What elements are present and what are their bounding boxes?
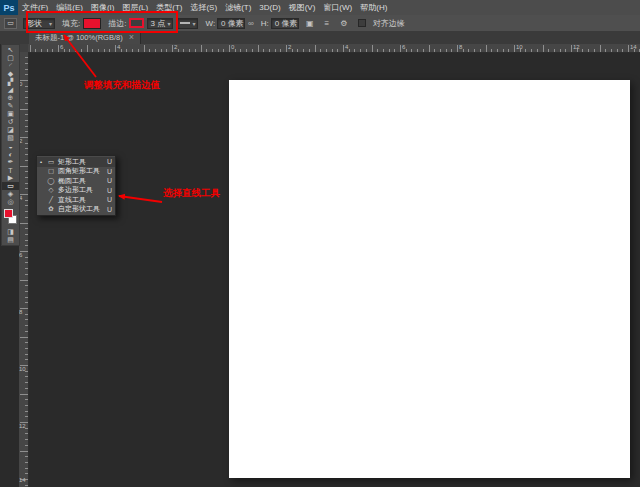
- ruler-tick: [206, 49, 207, 52]
- ruler-tick: [343, 45, 344, 52]
- flyout-item-line-tool[interactable]: ╱直线工具U: [37, 195, 115, 205]
- ruler-tick: [543, 45, 544, 52]
- close-icon[interactable]: ×: [129, 33, 134, 42]
- ruler-tick: [25, 302, 28, 303]
- align-edges-checkbox[interactable]: [358, 19, 366, 27]
- height-label: H:: [261, 19, 269, 28]
- ruler-tick: [92, 49, 93, 52]
- ruler-tick: [406, 49, 407, 52]
- shortcut-key: U: [107, 187, 112, 194]
- ruler-tick: [20, 109, 28, 110]
- history-brush-tool[interactable]: ↺: [2, 118, 19, 126]
- marquee-tool[interactable]: ▢: [2, 54, 19, 62]
- ruler-tick: [25, 131, 28, 132]
- foreground-color-swatch[interactable]: [4, 209, 13, 218]
- path-operations-icon[interactable]: ▣: [304, 18, 316, 29]
- ruler-tick: [25, 382, 28, 383]
- horizontal-ruler[interactable]: 64202468101214: [28, 44, 640, 53]
- eraser-tool[interactable]: ◪: [2, 126, 19, 134]
- quick-mask-icon[interactable]: ◨: [2, 228, 19, 236]
- gear-icon[interactable]: ⚙: [338, 18, 350, 29]
- vertical-ruler[interactable]: 02468101214: [19, 52, 29, 487]
- ruler-tick: [554, 49, 555, 52]
- menu-item-5[interactable]: 选择(S): [186, 0, 221, 15]
- hand-tool[interactable]: ◈: [2, 190, 19, 198]
- flyout-item-ellipse-tool[interactable]: ◯椭圆工具U: [37, 176, 115, 186]
- ruler-tick: [25, 188, 28, 189]
- type-tool[interactable]: T: [2, 166, 19, 174]
- ruler-tick: [389, 49, 390, 52]
- menu-item-8[interactable]: 视图(V): [285, 0, 320, 15]
- ruler-label: 8: [459, 44, 462, 51]
- height-input[interactable]: 0 像素: [271, 18, 299, 29]
- ruler-tick: [132, 49, 133, 52]
- shortcut-key: U: [107, 206, 112, 213]
- path-selection-tool[interactable]: ▶: [2, 174, 19, 182]
- gradient-tool[interactable]: ▧: [2, 134, 19, 142]
- line-tool-icon: ╱: [47, 196, 55, 204]
- ruler-tick: [104, 49, 105, 52]
- ruler-tick: [383, 49, 384, 52]
- ruler-tick: [565, 49, 566, 52]
- ruler-tick: [201, 45, 202, 52]
- ruler-tick: [486, 45, 487, 52]
- shape-tool[interactable]: ▭: [2, 182, 19, 190]
- flyout-item-rectangle-tool[interactable]: •▭矩形工具U: [37, 157, 115, 167]
- clone-stamp-tool[interactable]: ▣: [2, 110, 19, 118]
- ruler-tick: [25, 63, 28, 64]
- ruler-tick: [149, 49, 150, 52]
- pen-tool[interactable]: ✒: [2, 158, 19, 166]
- move-tool[interactable]: ↖: [2, 46, 19, 54]
- ruler-tick: [166, 49, 167, 52]
- document-tab-title: 未标题-1 @ 100%(RGB/8): [35, 33, 123, 43]
- annotation-adjust-note: 调整填充和描边值: [84, 79, 160, 92]
- menu-item-10[interactable]: 帮助(H): [356, 0, 391, 15]
- ruler-tick: [337, 49, 338, 52]
- flyout-item-polygon-tool[interactable]: ◇多边形工具U: [37, 186, 115, 196]
- ruler-tick: [25, 485, 28, 486]
- menu-item-6[interactable]: 滤镜(T): [221, 0, 255, 15]
- menu-item-7[interactable]: 3D(D): [255, 0, 284, 15]
- ruler-tick: [25, 314, 28, 315]
- brush-tool[interactable]: ✎: [2, 102, 19, 110]
- ruler-tick: [161, 49, 162, 52]
- zoom-tool[interactable]: ◎: [2, 198, 19, 206]
- healing-brush-tool[interactable]: ⊕: [2, 94, 19, 102]
- link-dimensions-icon[interactable]: ∞: [248, 19, 254, 28]
- ruler-tick: [75, 49, 76, 52]
- ruler-label: 2: [174, 44, 177, 51]
- width-input[interactable]: 0 像素: [217, 18, 245, 29]
- crop-tool[interactable]: ▞: [2, 78, 19, 86]
- ruler-tick: [25, 91, 28, 92]
- ruler-tick: [429, 45, 430, 52]
- canvas[interactable]: [229, 80, 630, 478]
- shape-tools-flyout: •▭矩形工具U▢圆角矩形工具U◯椭圆工具U◇多边形工具U╱直线工具U✿自定形状工…: [36, 155, 116, 216]
- ruler-tick: [144, 45, 145, 52]
- quick-selection-tool[interactable]: ◆: [2, 70, 19, 78]
- ruler-tick: [628, 45, 629, 52]
- ruler-tick: [611, 49, 612, 52]
- tool-preset-icon[interactable]: ▭: [4, 18, 17, 29]
- ruler-tick: [25, 228, 28, 229]
- ruler-tick: [25, 97, 28, 98]
- ruler-tick: [548, 49, 549, 52]
- dodge-tool[interactable]: ◐: [2, 150, 19, 158]
- flyout-item-rounded-rectangle-tool[interactable]: ▢圆角矩形工具U: [37, 167, 115, 177]
- ruler-tick: [25, 211, 28, 212]
- ruler-tick: [25, 257, 28, 258]
- ruler-tick: [69, 49, 70, 52]
- ruler-tick: [20, 280, 28, 281]
- flyout-item-label: 椭圆工具: [58, 176, 104, 186]
- flyout-item-custom-shape-tool[interactable]: ✿自定形状工具U: [37, 205, 115, 215]
- stroke-style-select[interactable]: ▾: [177, 18, 198, 29]
- ruler-tick: [212, 49, 213, 52]
- lasso-tool[interactable]: ◜: [2, 62, 19, 70]
- menu-item-9[interactable]: 窗口(W): [319, 0, 356, 15]
- screen-mode-icon[interactable]: ▤: [2, 236, 19, 244]
- blur-tool[interactable]: ◒: [2, 142, 19, 150]
- ruler-tick: [25, 297, 28, 298]
- ruler-tick: [25, 416, 28, 417]
- eyedropper-tool[interactable]: ◢: [2, 86, 19, 94]
- path-alignment-icon[interactable]: ≡: [321, 18, 333, 29]
- ruler-tick: [246, 49, 247, 52]
